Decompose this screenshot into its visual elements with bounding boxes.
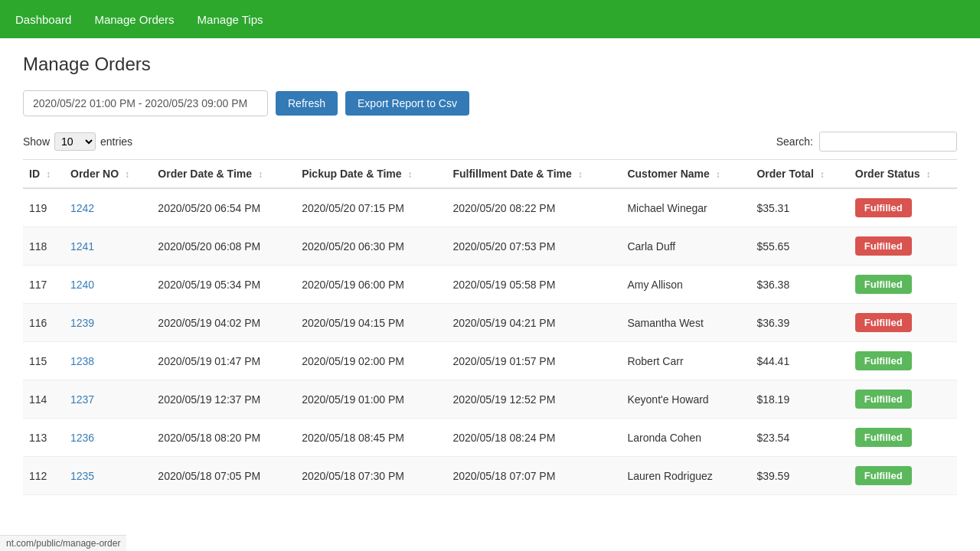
cell-order-status: Fulfilled	[849, 342, 957, 380]
nav-manage-tips[interactable]: Manage Tips	[198, 9, 263, 30]
order-no-link[interactable]: 1241	[70, 240, 94, 253]
status-badge: Fulfilled	[855, 275, 912, 294]
cell-fulfillment-date: 2020/05/20 07:53 PM	[446, 227, 621, 266]
orders-table: ID ↕ Order NO ↕ Order Date & Time ↕ Pick…	[23, 159, 957, 495]
cell-order-date: 2020/05/19 01:47 PM	[152, 342, 296, 380]
cell-order-no: 1242	[64, 188, 152, 227]
cell-order-date: 2020/05/19 04:02 PM	[152, 304, 296, 342]
table-row: 113 1236 2020/05/18 08:20 PM 2020/05/18 …	[23, 419, 957, 457]
status-badge: Fulfilled	[855, 390, 912, 409]
cell-fulfillment-date: 2020/05/19 01:57 PM	[446, 342, 621, 380]
date-range-input[interactable]	[23, 90, 268, 116]
cell-pickup-date: 2020/05/19 01:00 PM	[296, 380, 446, 419]
cell-id: 114	[23, 380, 64, 419]
cell-order-date: 2020/05/19 12:37 PM	[152, 380, 296, 419]
sort-icon-order-status: ↕	[926, 169, 930, 180]
search-label: Search:	[776, 135, 813, 148]
cell-id: 119	[23, 188, 64, 227]
cell-pickup-date: 2020/05/18 07:30 PM	[296, 457, 446, 495]
col-id[interactable]: ID ↕	[23, 160, 64, 189]
cell-order-total: $36.38	[750, 266, 848, 304]
show-entries: Show 10 25 50 100 entries	[23, 132, 132, 151]
controls-row: Refresh Export Report to Csv	[23, 90, 957, 116]
cell-order-date: 2020/05/20 06:08 PM	[152, 227, 296, 266]
cell-order-date: 2020/05/19 05:34 PM	[152, 266, 296, 304]
cell-fulfillment-date: 2020/05/19 05:58 PM	[446, 266, 621, 304]
cell-pickup-date: 2020/05/19 02:00 PM	[296, 342, 446, 380]
cell-customer-name: Amy Allison	[621, 266, 750, 304]
col-pickup-date[interactable]: Pickup Date & Time ↕	[296, 160, 446, 189]
cell-id: 112	[23, 457, 64, 495]
table-row: 116 1239 2020/05/19 04:02 PM 2020/05/19 …	[23, 304, 957, 342]
order-no-link[interactable]: 1235	[70, 470, 94, 482]
cell-id: 117	[23, 266, 64, 304]
cell-order-date: 2020/05/18 08:20 PM	[152, 419, 296, 457]
cell-fulfillment-date: 2020/05/19 12:52 PM	[446, 380, 621, 419]
cell-customer-name: Robert Carr	[621, 342, 750, 380]
col-order-total[interactable]: Order Total ↕	[750, 160, 848, 189]
cell-order-status: Fulfilled	[849, 457, 957, 495]
table-body: 119 1242 2020/05/20 06:54 PM 2020/05/20 …	[23, 188, 957, 495]
cell-order-status: Fulfilled	[849, 419, 957, 457]
cell-id: 116	[23, 304, 64, 342]
cell-order-status: Fulfilled	[849, 227, 957, 266]
cell-order-date: 2020/05/18 07:05 PM	[152, 457, 296, 495]
nav-manage-orders[interactable]: Manage Orders	[94, 9, 174, 30]
sort-icon-order-no: ↕	[125, 169, 129, 180]
order-no-link[interactable]: 1238	[70, 355, 94, 367]
order-no-link[interactable]: 1242	[70, 202, 94, 214]
cell-pickup-date: 2020/05/20 06:30 PM	[296, 227, 446, 266]
col-order-no[interactable]: Order NO ↕	[64, 160, 152, 189]
cell-order-no: 1241	[64, 227, 152, 266]
cell-order-total: $36.39	[750, 304, 848, 342]
cell-customer-name: Michael Winegar	[621, 188, 750, 227]
cell-order-status: Fulfilled	[849, 380, 957, 419]
cell-pickup-date: 2020/05/20 07:15 PM	[296, 188, 446, 227]
entries-select[interactable]: 10 25 50 100	[54, 132, 96, 151]
cell-order-total: $39.59	[750, 457, 848, 495]
status-badge: Fulfilled	[855, 351, 912, 370]
sort-icon-customer-name: ↕	[716, 169, 720, 180]
order-no-link[interactable]: 1240	[70, 279, 94, 291]
table-row: 114 1237 2020/05/19 12:37 PM 2020/05/19 …	[23, 380, 957, 419]
cell-order-total: $44.41	[750, 342, 848, 380]
status-badge: Fulfilled	[855, 313, 912, 332]
order-no-link[interactable]: 1236	[70, 432, 94, 444]
table-row: 112 1235 2020/05/18 07:05 PM 2020/05/18 …	[23, 457, 957, 495]
order-no-link[interactable]: 1239	[70, 317, 94, 329]
cell-id: 118	[23, 227, 64, 266]
sort-icon-fulfillment-date: ↕	[578, 169, 583, 180]
cell-fulfillment-date: 2020/05/18 08:24 PM	[446, 419, 621, 457]
col-order-status[interactable]: Order Status ↕	[849, 160, 957, 189]
table-controls: Show 10 25 50 100 entries Search:	[23, 132, 957, 152]
cell-customer-name: Lauren Rodriguez	[621, 457, 750, 495]
table-row: 117 1240 2020/05/19 05:34 PM 2020/05/19 …	[23, 266, 957, 304]
sort-icon-order-date: ↕	[258, 169, 263, 180]
cell-order-total: $23.54	[750, 419, 848, 457]
cell-order-no: 1237	[64, 380, 152, 419]
sort-icon-order-total: ↕	[820, 169, 825, 180]
col-customer-name[interactable]: Customer Name ↕	[621, 160, 750, 189]
search-input[interactable]	[819, 132, 957, 152]
refresh-button[interactable]: Refresh	[276, 91, 338, 116]
cell-order-no: 1240	[64, 266, 152, 304]
status-badge: Fulfilled	[855, 236, 912, 256]
col-fulfillment-date[interactable]: Fulfillment Date & Time ↕	[446, 160, 621, 189]
table-row: 118 1241 2020/05/20 06:08 PM 2020/05/20 …	[23, 227, 957, 266]
col-order-date[interactable]: Order Date & Time ↕	[152, 160, 296, 189]
cell-order-status: Fulfilled	[849, 188, 957, 227]
cell-order-total: $55.65	[750, 227, 848, 266]
table-header: ID ↕ Order NO ↕ Order Date & Time ↕ Pick…	[23, 160, 957, 189]
cell-order-total: $35.31	[750, 188, 848, 227]
nav-dashboard[interactable]: Dashboard	[15, 9, 71, 30]
entries-label: entries	[100, 135, 132, 148]
cell-pickup-date: 2020/05/18 08:45 PM	[296, 419, 446, 457]
status-badge: Fulfilled	[855, 198, 912, 217]
order-no-link[interactable]: 1237	[70, 393, 94, 406]
cell-customer-name: Carla Duff	[621, 227, 750, 266]
cell-order-total: $18.19	[750, 380, 848, 419]
cell-customer-name: Laronda Cohen	[621, 419, 750, 457]
table-row: 115 1238 2020/05/19 01:47 PM 2020/05/19 …	[23, 342, 957, 380]
cell-fulfillment-date: 2020/05/19 04:21 PM	[446, 304, 621, 342]
export-button[interactable]: Export Report to Csv	[345, 91, 469, 116]
